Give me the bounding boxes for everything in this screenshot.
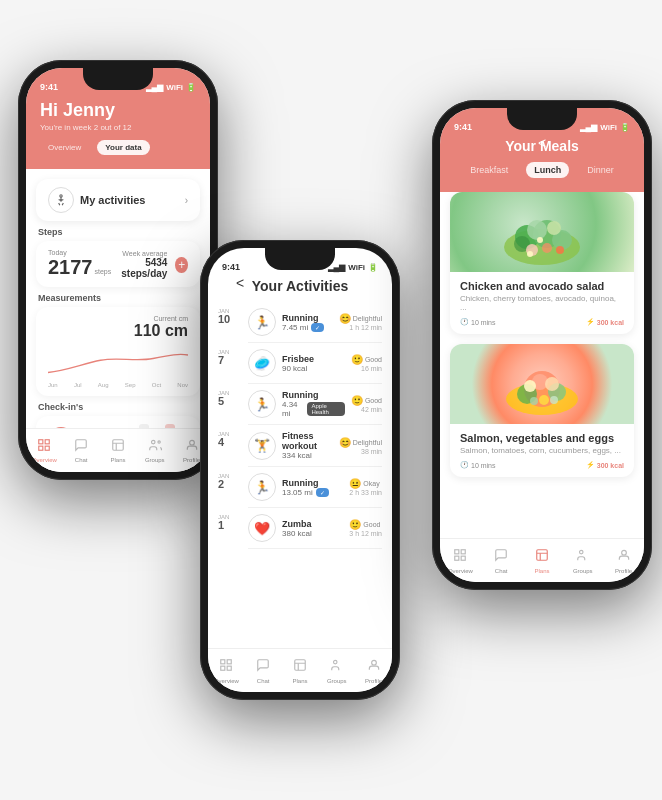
- svg-rect-44: [455, 556, 459, 560]
- p3-meal-image-2: [450, 344, 634, 424]
- p3-meal-name-1: Chicken and avocado salad: [460, 280, 624, 292]
- p2-mood-good2: 🙂 Good: [351, 395, 382, 406]
- svg-point-9: [158, 441, 160, 443]
- p2-activity-jan1: JAN 1 ❤️ Zumba 380 kcal 🙂 Good: [218, 508, 382, 549]
- p3-meal-ingredients-1: Chicken, cherry tomatoes, avocado, quino…: [460, 294, 624, 312]
- p3-nav-overview[interactable]: Overview: [440, 548, 481, 574]
- p3-tab-lunch[interactable]: Lunch: [526, 162, 569, 178]
- time-3: 9:41: [454, 122, 472, 132]
- p2-nav-plans-label: Plans: [292, 678, 307, 684]
- p3-groups-icon: [576, 548, 590, 566]
- p2-mood-okay: 😐 Okay: [349, 478, 382, 489]
- svg-point-31: [527, 251, 533, 257]
- svg-point-39: [539, 395, 549, 405]
- p3-nav-overview-label: Overview: [448, 568, 473, 574]
- svg-rect-12: [228, 659, 232, 663]
- svg-point-26: [547, 221, 561, 235]
- p3-meal-image-1: [450, 192, 634, 272]
- p3-meal-meta-2: 🕐 10 mins ⚡ 300 kcal: [460, 461, 624, 469]
- p3-nav-chat[interactable]: Chat: [481, 548, 522, 574]
- phone-3-screen: 9:41 ▂▄▆ WiFi 🔋 < Your Meals Breakfast L…: [440, 108, 644, 582]
- p2-activity-jan10: JAN 10 🏃 Running 7.45 mi ✓: [218, 302, 382, 343]
- chat-icon: [74, 438, 88, 455]
- p2-nav-groups[interactable]: Groups: [318, 658, 355, 684]
- p2-plans-icon: [293, 658, 307, 676]
- clock-icon: 🕐: [460, 318, 469, 326]
- p3-meal-name-2: Salmon, vegetables and eggs: [460, 432, 624, 444]
- running-icon: 🏃: [248, 308, 276, 336]
- time-1: 9:41: [40, 82, 58, 92]
- svg-rect-3: [39, 446, 43, 450]
- svg-point-49: [579, 550, 583, 554]
- p3-meal-time-1: 🕐 10 mins: [460, 318, 496, 326]
- p2-mood-delightful1: 😊 Delightful: [339, 313, 382, 324]
- p3-nav-chat-label: Chat: [495, 568, 508, 574]
- p2-activity-item-running2[interactable]: 🏃 Running 4.34 mi Apple Health 🙂 Go: [248, 384, 382, 425]
- p1-activities-label: My activities: [80, 194, 145, 206]
- p1-nav-plans[interactable]: Plans: [100, 438, 137, 463]
- p3-profile-icon: [617, 548, 631, 566]
- p1-activities-card[interactable]: My activities ›: [36, 179, 200, 221]
- p2-groups-icon: [330, 658, 344, 676]
- svg-point-0: [60, 195, 62, 197]
- p2-nav-overview[interactable]: Overview: [208, 658, 245, 684]
- svg-point-50: [621, 550, 626, 555]
- p3-meal-time-2: 🕐 10 mins: [460, 461, 496, 469]
- p2-duration-2: 16 min: [351, 365, 382, 372]
- overview-icon: [37, 438, 51, 455]
- p1-measurements-section: Measurements: [26, 293, 210, 303]
- p1-nav-overview[interactable]: Overview: [26, 438, 63, 463]
- p3-meal-kcal-1: ⚡ 300 kcal: [586, 318, 624, 326]
- time-2: 9:41: [222, 262, 240, 272]
- p1-steps-card: Today 2177 steps Week average 5434 steps…: [36, 241, 200, 287]
- p2-activity-item-running3[interactable]: 🏃 Running 13.05 mi ✓ 😐 Okay: [248, 467, 382, 508]
- p1-nav-groups[interactable]: Groups: [136, 438, 173, 463]
- p3-meal-card-1[interactable]: Chicken and avocado salad Chicken, cherr…: [450, 192, 634, 334]
- phone-1: 9:41 ▂▄▆ WiFi 🔋 Hi Jenny You're in week …: [18, 60, 218, 480]
- phone-1-screen: 9:41 ▂▄▆ WiFi 🔋 Hi Jenny You're in week …: [26, 68, 210, 472]
- p2-activity-item-zumba[interactable]: ❤️ Zumba 380 kcal 🙂 Good 3 h 12 min: [248, 508, 382, 549]
- p3-meal-tabs[interactable]: Breakfast Lunch Dinner: [454, 162, 630, 178]
- svg-point-29: [556, 246, 564, 254]
- p3-meal-info-2: Salmon, vegetables and eggs Salmon, toma…: [450, 424, 634, 477]
- p1-steps-avg: Week average 5434 steps/day: [111, 250, 167, 279]
- status-icons-3: ▂▄▆ WiFi 🔋: [580, 123, 630, 132]
- p2-nav-chat[interactable]: Chat: [245, 658, 282, 684]
- p1-measurements-card: Current cm 110 cm Jun Jul Aug Sep Oct No…: [36, 307, 200, 396]
- p3-meal-card-2[interactable]: Salmon, vegetables and eggs Salmon, toma…: [450, 344, 634, 477]
- running-icon-2: 🏃: [248, 390, 276, 418]
- p2-activity-item-frisbee[interactable]: 🥏 Frisbee 90 kcal 🙂 Good 16 min: [248, 343, 382, 384]
- p1-checkins-section: Check-in's: [26, 402, 210, 412]
- p1-nav-plans-label: Plans: [110, 457, 125, 463]
- p1-tab-yourdata[interactable]: Your data: [97, 140, 149, 155]
- running-icon-3: 🏃: [248, 473, 276, 501]
- p2-activity-jan2: JAN 2 🏃 Running 13.05 mi ✓: [218, 467, 382, 508]
- p1-tab-overview[interactable]: Overview: [40, 140, 89, 155]
- p2-duration-6: 3 h 12 min: [349, 530, 382, 537]
- p3-nav-profile-label: Profile: [615, 568, 632, 574]
- p3-meal-meta-1: 🕐 10 mins ⚡ 300 kcal: [460, 318, 624, 326]
- p1-steps-section: Steps: [26, 227, 210, 237]
- p1-nav-chat[interactable]: Chat: [63, 438, 100, 463]
- p1-add-steps-button[interactable]: +: [175, 257, 188, 273]
- svg-rect-15: [295, 659, 306, 670]
- groups-icon: [148, 438, 162, 455]
- p3-nav-plans[interactable]: Plans: [522, 548, 563, 574]
- p2-mood-good1: 🙂 Good: [351, 354, 382, 365]
- p3-tab-dinner[interactable]: Dinner: [579, 162, 622, 178]
- p3-nav-groups[interactable]: Groups: [562, 548, 603, 574]
- p2-activity-item-fitness[interactable]: 🏋️ Fitness workout 334 kcal 😊 Delightful…: [248, 425, 382, 467]
- p3-nav-profile[interactable]: Profile: [603, 548, 644, 574]
- p2-activity-item-running1[interactable]: 🏃 Running 7.45 mi ✓ 😊 Delightful: [248, 302, 382, 343]
- plans-icon: [111, 438, 125, 455]
- p2-nav-profile[interactable]: Profile: [355, 658, 392, 684]
- p1-tabs[interactable]: Overview Your data: [40, 140, 196, 155]
- svg-rect-42: [455, 549, 459, 553]
- p3-overview-icon: [453, 548, 467, 566]
- p2-nav-plans[interactable]: Plans: [282, 658, 319, 684]
- lightning-icon: ⚡: [586, 318, 595, 326]
- verified-badge: ✓: [311, 323, 324, 332]
- p1-steps-unit: steps: [95, 268, 112, 275]
- status-icons-2: ▂▄▆ WiFi 🔋: [328, 263, 378, 272]
- p3-tab-breakfast[interactable]: Breakfast: [462, 162, 516, 178]
